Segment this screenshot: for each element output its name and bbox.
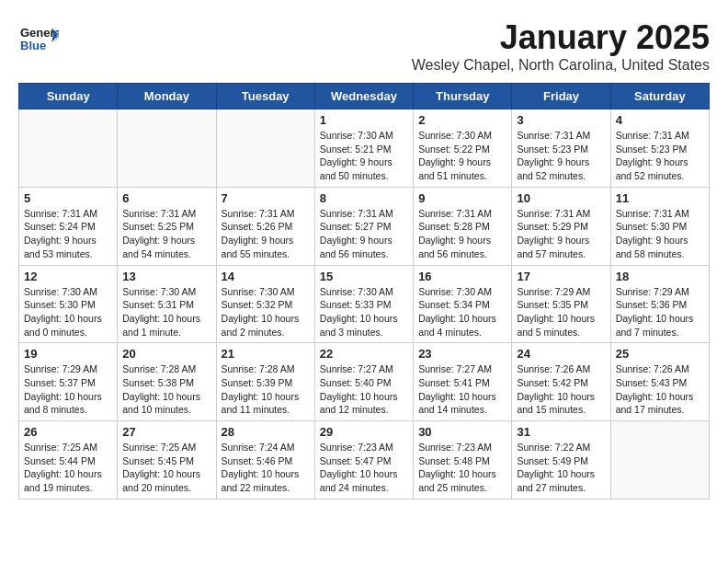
calendar-cell: 16Sunrise: 7:30 AMSunset: 5:34 PMDayligh… bbox=[414, 265, 512, 343]
cell-text-line: and 15 minutes. bbox=[517, 403, 605, 417]
cell-text-line: Sunset: 5:44 PM bbox=[24, 454, 112, 468]
cell-text-line: Sunset: 5:48 PM bbox=[418, 454, 506, 468]
calendar-week-5: 26Sunrise: 7:25 AMSunset: 5:44 PMDayligh… bbox=[19, 421, 710, 500]
day-number: 30 bbox=[418, 425, 506, 439]
cell-text-line: Sunrise: 7:31 AM bbox=[517, 207, 605, 221]
cell-text-line: Daylight: 10 hours bbox=[418, 312, 506, 326]
day-number: 29 bbox=[320, 425, 408, 439]
calendar-cell: 5Sunrise: 7:31 AMSunset: 5:24 PMDaylight… bbox=[19, 187, 118, 265]
cell-text-line: and 1 minute. bbox=[122, 326, 210, 339]
weekday-header-tuesday: Tuesday bbox=[216, 84, 314, 109]
day-number: 7 bbox=[222, 191, 310, 205]
calendar-cell: 19Sunrise: 7:29 AMSunset: 5:37 PMDayligh… bbox=[19, 343, 118, 421]
day-number: 3 bbox=[517, 113, 605, 127]
cell-text-line: Sunset: 5:21 PM bbox=[320, 143, 408, 156]
day-number: 13 bbox=[122, 270, 210, 283]
cell-text-line: and 53 minutes. bbox=[24, 247, 112, 261]
cell-text-line: and 52 minutes. bbox=[517, 169, 605, 183]
cell-text-line: Daylight: 9 hours bbox=[320, 155, 408, 169]
calendar-cell: 8Sunrise: 7:31 AMSunset: 5:27 PMDaylight… bbox=[314, 187, 413, 265]
cell-text-line: Sunset: 5:37 PM bbox=[24, 376, 112, 390]
cell-text-line: and 0 minutes. bbox=[24, 326, 112, 339]
day-number: 12 bbox=[24, 270, 112, 283]
cell-text-line: Daylight: 10 hours bbox=[517, 467, 605, 481]
cell-text-line: Daylight: 9 hours bbox=[320, 234, 408, 247]
cell-text-line: Sunrise: 7:31 AM bbox=[122, 207, 210, 221]
calendar-cell: 18Sunrise: 7:29 AMSunset: 5:36 PMDayligh… bbox=[610, 265, 709, 343]
calendar-cell: 28Sunrise: 7:24 AMSunset: 5:46 PMDayligh… bbox=[216, 421, 314, 500]
cell-text-line: Daylight: 10 hours bbox=[418, 390, 506, 404]
day-number: 5 bbox=[24, 191, 112, 205]
cell-text-line: and 10 minutes. bbox=[122, 403, 210, 417]
calendar-cell: 2Sunrise: 7:30 AMSunset: 5:22 PMDaylight… bbox=[414, 109, 512, 188]
cell-text-line: Sunrise: 7:25 AM bbox=[24, 441, 112, 454]
cell-text-line: Sunrise: 7:31 AM bbox=[616, 207, 704, 221]
cell-text-line: and 54 minutes. bbox=[122, 247, 210, 261]
calendar-week-1: 1Sunrise: 7:30 AMSunset: 5:21 PMDaylight… bbox=[19, 109, 710, 188]
cell-text-line: Daylight: 10 hours bbox=[122, 467, 210, 481]
cell-text-line: Daylight: 10 hours bbox=[320, 390, 408, 404]
weekday-header-thursday: Thursday bbox=[414, 84, 512, 109]
weekday-header-monday: Monday bbox=[118, 84, 216, 109]
calendar-cell: 7Sunrise: 7:31 AMSunset: 5:26 PMDaylight… bbox=[216, 187, 314, 265]
cell-text-line: Sunset: 5:23 PM bbox=[517, 143, 605, 156]
calendar-cell: 20Sunrise: 7:28 AMSunset: 5:38 PMDayligh… bbox=[118, 343, 216, 421]
calendar-cell: 24Sunrise: 7:26 AMSunset: 5:42 PMDayligh… bbox=[512, 343, 610, 421]
cell-text-line: Sunrise: 7:23 AM bbox=[320, 441, 408, 454]
day-number: 18 bbox=[616, 270, 704, 283]
calendar-cell: 6Sunrise: 7:31 AMSunset: 5:25 PMDaylight… bbox=[118, 187, 216, 265]
cell-text-line: Daylight: 9 hours bbox=[616, 155, 704, 169]
cell-text-line: Sunrise: 7:25 AM bbox=[122, 441, 210, 454]
month-title: January 2025 bbox=[412, 18, 710, 57]
cell-text-line: Sunrise: 7:30 AM bbox=[418, 129, 506, 143]
day-number: 27 bbox=[122, 425, 210, 439]
cell-text-line: Sunset: 5:40 PM bbox=[320, 376, 408, 390]
day-number: 19 bbox=[24, 347, 112, 361]
cell-text-line: Sunrise: 7:29 AM bbox=[24, 362, 112, 376]
day-number: 14 bbox=[222, 270, 310, 283]
cell-text-line: Daylight: 9 hours bbox=[122, 234, 210, 247]
calendar-cell: 27Sunrise: 7:25 AMSunset: 5:45 PMDayligh… bbox=[118, 421, 216, 500]
cell-text-line: Sunrise: 7:31 AM bbox=[24, 207, 112, 221]
cell-text-line: and 3 minutes. bbox=[320, 326, 408, 339]
day-number: 28 bbox=[222, 425, 310, 439]
weekday-header-friday: Friday bbox=[512, 84, 610, 109]
cell-text-line: and 2 minutes. bbox=[222, 326, 310, 339]
cell-text-line: and 14 minutes. bbox=[418, 403, 506, 417]
cell-text-line: Sunset: 5:47 PM bbox=[320, 454, 408, 468]
calendar-cell: 29Sunrise: 7:23 AMSunset: 5:47 PMDayligh… bbox=[314, 421, 413, 500]
cell-text-line: Daylight: 10 hours bbox=[616, 390, 704, 404]
day-number: 25 bbox=[616, 347, 704, 361]
day-number: 1 bbox=[320, 113, 408, 127]
day-number: 8 bbox=[320, 191, 408, 205]
calendar-cell bbox=[216, 109, 314, 188]
cell-text-line: and 56 minutes. bbox=[320, 247, 408, 261]
cell-text-line: Sunrise: 7:30 AM bbox=[24, 285, 112, 299]
cell-text-line: Daylight: 9 hours bbox=[24, 234, 112, 247]
cell-text-line: Sunrise: 7:31 AM bbox=[320, 207, 408, 221]
day-number: 20 bbox=[122, 347, 210, 361]
page-header: General Blue January 2025 Wesley Chapel,… bbox=[18, 18, 710, 74]
cell-text-line: Sunset: 5:36 PM bbox=[616, 298, 704, 312]
calendar-cell: 13Sunrise: 7:30 AMSunset: 5:31 PMDayligh… bbox=[118, 265, 216, 343]
calendar-cell: 3Sunrise: 7:31 AMSunset: 5:23 PMDaylight… bbox=[512, 109, 610, 188]
calendar-cell: 9Sunrise: 7:31 AMSunset: 5:28 PMDaylight… bbox=[414, 187, 512, 265]
cell-text-line: and 12 minutes. bbox=[320, 403, 408, 417]
cell-text-line: and 22 minutes. bbox=[222, 481, 310, 495]
calendar-cell: 30Sunrise: 7:23 AMSunset: 5:48 PMDayligh… bbox=[414, 421, 512, 500]
cell-text-line: Daylight: 10 hours bbox=[517, 390, 605, 404]
location-title: Wesley Chapel, North Carolina, United St… bbox=[412, 57, 710, 74]
day-number: 23 bbox=[418, 347, 506, 361]
cell-text-line: Daylight: 10 hours bbox=[24, 312, 112, 326]
cell-text-line: Sunrise: 7:31 AM bbox=[418, 207, 506, 221]
cell-text-line: Daylight: 10 hours bbox=[222, 312, 310, 326]
cell-text-line: Sunrise: 7:23 AM bbox=[418, 441, 506, 454]
cell-text-line: Sunrise: 7:30 AM bbox=[320, 285, 408, 299]
cell-text-line: Sunset: 5:29 PM bbox=[517, 220, 605, 234]
cell-text-line: Sunset: 5:46 PM bbox=[222, 454, 310, 468]
day-number: 21 bbox=[222, 347, 310, 361]
calendar-cell: 12Sunrise: 7:30 AMSunset: 5:30 PMDayligh… bbox=[19, 265, 118, 343]
cell-text-line: Sunset: 5:32 PM bbox=[222, 298, 310, 312]
cell-text-line: and 25 minutes. bbox=[418, 481, 506, 495]
cell-text-line: Sunset: 5:26 PM bbox=[222, 220, 310, 234]
